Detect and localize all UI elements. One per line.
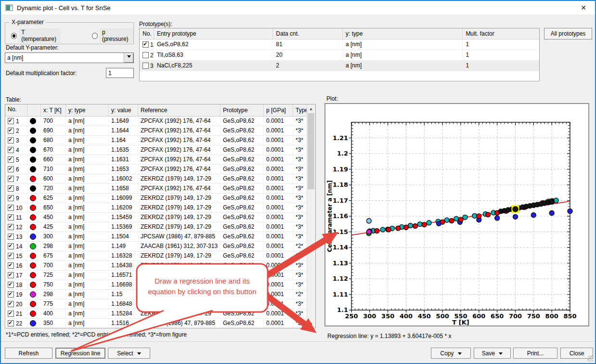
col-header-ytype[interactable]: y: type xyxy=(343,28,463,39)
row-checkbox[interactable] xyxy=(8,253,14,259)
col-header-prototype[interactable]: Prototype xyxy=(220,104,264,116)
table-scrollbar[interactable]: ▲ ▼ xyxy=(307,104,315,328)
row-checkbox[interactable] xyxy=(8,243,14,249)
table-row[interactable]: 20 775 a [nm] 1.16848 ZEKRDZ (1979) 149,… xyxy=(5,299,315,309)
row-checkbox[interactable] xyxy=(8,320,14,326)
prototype-row[interactable]: 3 NaCl,cF8,225 2 a [nm] 1 xyxy=(140,61,539,71)
data-point[interactable] xyxy=(513,214,518,219)
table-row[interactable]: 18 750 a [nm] 1.16698 ZEKRDZ (1979) 149,… xyxy=(5,280,315,290)
data-point[interactable] xyxy=(463,215,467,220)
table-row[interactable]: 15 675 a [nm] 1.16328 ZEKRDZ (1979) 149,… xyxy=(5,251,315,261)
table-row[interactable]: 4 670 a [nm] 1.1635 ZPCFAX (1992) 176, 4… xyxy=(5,145,315,155)
row-checkbox[interactable] xyxy=(8,301,14,307)
scroll-down-icon[interactable]: ▼ xyxy=(307,320,315,328)
default-y-combobox[interactable]: a [nm] xyxy=(5,52,134,63)
table-row[interactable]: 2 690 a [nm] 1.1644 ZPCFAX (1992) 176, 4… xyxy=(5,126,315,136)
row-checkbox[interactable] xyxy=(8,311,14,317)
col-header-count[interactable]: Data cnt. xyxy=(273,28,343,39)
row-checkbox[interactable] xyxy=(8,262,14,269)
select-button[interactable]: Select xyxy=(108,348,150,359)
col-header-mult[interactable]: Mult. factor xyxy=(463,28,539,39)
radio-pressure[interactable]: p (pressure) xyxy=(92,28,133,43)
row-checkbox[interactable] xyxy=(8,195,14,201)
row-checkbox[interactable] xyxy=(8,166,14,172)
data-point[interactable] xyxy=(449,218,454,223)
col-header-pressure[interactable]: p [GPa] xyxy=(264,104,293,116)
col-header-no[interactable]: No. xyxy=(5,104,27,116)
row-checkbox[interactable] xyxy=(8,128,14,134)
row-checkbox[interactable] xyxy=(143,41,149,48)
print-button[interactable]: Print... xyxy=(513,348,557,359)
row-checkbox[interactable] xyxy=(8,147,14,153)
row-checkbox[interactable] xyxy=(8,118,14,124)
row-checkbox[interactable] xyxy=(8,272,14,278)
scroll-up-icon[interactable]: ▲ xyxy=(307,104,315,113)
row-checkbox[interactable] xyxy=(8,205,14,211)
table-row[interactable]: 6 710 a [nm] 1.1653 ZPCFAX (1992) 176, 4… xyxy=(5,165,315,174)
row-checkbox[interactable] xyxy=(8,224,14,230)
close-button[interactable]: ✕ xyxy=(578,3,589,13)
radio-pressure-circle[interactable] xyxy=(92,33,98,39)
col-header-entry[interactable]: Entry prototype xyxy=(154,28,273,39)
col-header-no[interactable]: No. xyxy=(140,28,154,39)
data-point[interactable] xyxy=(427,221,431,225)
table-row[interactable]: 11 450 a [nm] 1.15459 ZEKRDZ (1979) 149,… xyxy=(5,213,315,222)
title-bar[interactable]: Dynamic plot - Cell vs. T for SnSe ✕ xyxy=(1,1,595,14)
row-checkbox[interactable] xyxy=(8,176,14,182)
data-point[interactable] xyxy=(417,222,422,227)
data-point[interactable] xyxy=(386,227,391,232)
data-point[interactable] xyxy=(486,212,491,217)
table-row[interactable]: 22 350 a [nm] 1.1516 JPCSAW (1986) 47, 8… xyxy=(5,319,315,328)
all-prototypes-button[interactable]: All prototypes xyxy=(544,28,592,39)
table-row[interactable]: 1 700 a [nm] 1.1649 ZPCFAX (1992) 176, 4… xyxy=(5,117,315,126)
radio-temperature-circle[interactable] xyxy=(11,33,17,39)
col-header-yvalue[interactable]: y: value xyxy=(109,104,138,116)
resize-grip[interactable] xyxy=(587,355,594,362)
mult-factor-input[interactable] xyxy=(106,68,134,78)
highlighted-data-point[interactable] xyxy=(513,207,518,212)
data-point[interactable] xyxy=(366,230,371,234)
data-point[interactable] xyxy=(413,224,417,229)
regression-line-button[interactable]: Regression line xyxy=(55,348,105,359)
col-header-ytype[interactable]: y: type xyxy=(66,104,109,116)
data-point[interactable] xyxy=(380,227,385,232)
data-point[interactable] xyxy=(375,229,379,234)
col-header-temperature[interactable]: x: T [K] xyxy=(41,104,66,116)
col-header-color[interactable] xyxy=(27,104,41,116)
table-row[interactable]: 12 425 a [nm] 1.15369 ZEKRDZ (1979) 149,… xyxy=(5,222,315,232)
data-point[interactable] xyxy=(404,225,409,230)
row-checkbox[interactable] xyxy=(8,291,14,298)
table-row[interactable]: 14 298 a [nm] 1.149 ZAACAB (1961) 312, 3… xyxy=(5,242,315,251)
data-point[interactable] xyxy=(458,217,463,222)
table-row[interactable]: 13 300 a [nm] 1.1504 JPCSAW (1986) 47, 8… xyxy=(5,232,315,242)
col-header-reference[interactable]: Reference xyxy=(138,104,220,116)
table-row[interactable]: 17 725 a [nm] 1.16571 ZEKRDZ (1979) 149,… xyxy=(5,271,315,280)
table-row[interactable]: 7 600 a [nm] 1.16002 ZEKRDZ (1979) 149, … xyxy=(5,174,315,184)
data-point[interactable] xyxy=(531,213,536,218)
table-row[interactable]: 16 700 a [nm] 1.16438 ZEKRDZ (1979) 149,… xyxy=(5,261,315,271)
row-checkbox[interactable] xyxy=(8,282,14,288)
table-row[interactable]: 8 720 a [nm] 1.1658 ZPCFAX (1992) 176, 4… xyxy=(5,184,315,194)
row-checkbox[interactable] xyxy=(8,185,14,192)
table-row[interactable]: 19 298 a [nm] 1.15 GeS,oP8,62 0.0001 *2* xyxy=(5,290,315,299)
col-header-type[interactable]: Type xyxy=(293,104,308,116)
save-button[interactable]: Save xyxy=(474,348,511,359)
data-point[interactable] xyxy=(477,214,481,219)
row-checkbox[interactable] xyxy=(8,137,14,143)
data-point[interactable] xyxy=(366,219,371,223)
refresh-button[interactable]: Refresh xyxy=(5,348,52,359)
table-row[interactable]: 9 625 a [nm] 1.16099 ZEKRDZ (1979) 149, … xyxy=(5,194,315,203)
data-point[interactable] xyxy=(549,199,554,204)
combo-dropdown-button[interactable] xyxy=(124,53,133,63)
table-row[interactable]: 21 400 a [nm] 1.15284 ZEKRDZ (1979) 149,… xyxy=(5,309,315,319)
prototype-row[interactable]: 2 TlI,oS8,63 20 a [nm] 1 xyxy=(140,50,539,61)
row-checkbox[interactable] xyxy=(143,63,149,69)
data-point[interactable] xyxy=(495,216,500,221)
row-checkbox[interactable] xyxy=(8,214,14,221)
row-checkbox[interactable] xyxy=(8,156,14,163)
copy-button[interactable]: Copy xyxy=(431,348,471,359)
table-row[interactable]: 10 650 a [nm] 1.16209 ZEKRDZ (1979) 149,… xyxy=(5,203,315,213)
scrollbar-thumb[interactable] xyxy=(308,113,314,189)
row-checkbox[interactable] xyxy=(143,52,149,58)
data-point[interactable] xyxy=(440,220,445,224)
